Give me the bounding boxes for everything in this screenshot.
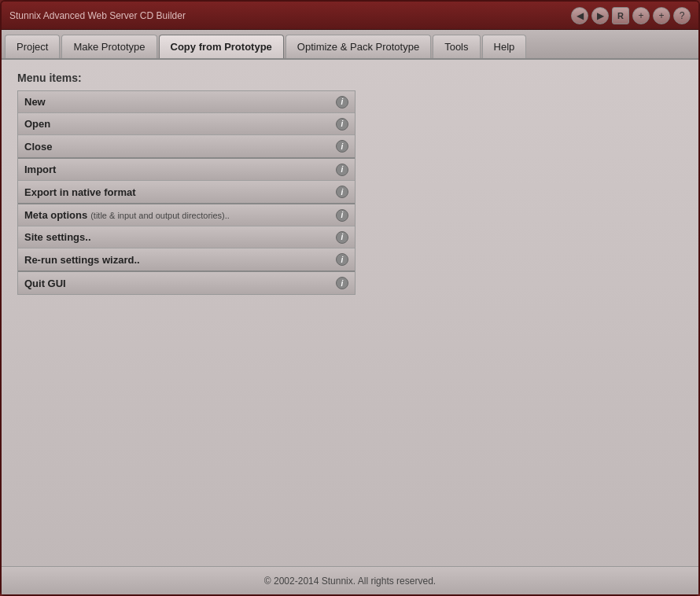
menu-item-export-native[interactable]: Export in native format i [18, 181, 355, 203]
menu-item-open-label: Open [24, 118, 331, 130]
help-button[interactable]: ? [673, 7, 691, 24]
menu-list: New i Open i Close i Import i [17, 90, 356, 295]
menu-item-new[interactable]: New i [18, 91, 355, 113]
menu-items-label: Menu items: [17, 72, 683, 84]
tab-help[interactable]: Help [482, 35, 527, 58]
info-icon-rerun[interactable]: i [336, 253, 348, 266]
info-icon-open[interactable]: i [336, 118, 348, 131]
menu-item-import[interactable]: Import i [18, 159, 355, 181]
menu-item-quit-gui[interactable]: Quit GUI i [18, 272, 355, 294]
title-bar: Stunnix Advanced Web Server CD Builder ◀… [2, 2, 698, 30]
menu-item-export-label: Export in native format [24, 186, 331, 198]
menu-group-quit: Quit GUI i [18, 272, 355, 294]
info-icon-meta[interactable]: i [336, 209, 348, 222]
menu-group-import-export: Import i Export in native format i [18, 159, 355, 204]
main-content: Menu items: New i Open i Close i [2, 60, 698, 566]
tab-project[interactable]: Project [5, 35, 60, 58]
menu-item-import-label: Import [24, 164, 331, 175]
footer: © 2002-2014 Stunnix. All rights reserved… [2, 566, 698, 594]
info-icon-export[interactable]: i [336, 186, 348, 198]
tab-copy-from-prototype[interactable]: Copy from Prototype [159, 35, 284, 58]
window-frame: Stunnix Advanced Web Server CD Builder ◀… [0, 0, 700, 596]
info-icon-close[interactable]: i [336, 140, 348, 153]
menu-item-site-settings[interactable]: Site settings.. i [18, 226, 355, 248]
tab-optimize-pack[interactable]: Optimize & Pack Prototype [286, 35, 431, 58]
plus2-button[interactable]: + [653, 7, 670, 24]
tab-make-prototype[interactable]: Make Prototype [61, 35, 157, 58]
title-bar-controls: ◀ ▶ R + + ? [571, 7, 691, 24]
info-icon-quit[interactable]: i [336, 277, 348, 289]
info-icon-new[interactable]: i [336, 96, 348, 109]
menu-item-close[interactable]: Close i [18, 135, 355, 157]
nav-tabs: Project Make Prototype Copy from Prototy… [2, 30, 698, 60]
info-icon-site[interactable]: i [336, 231, 348, 244]
menu-item-new-label: New [24, 96, 331, 108]
r-button[interactable]: R [612, 7, 629, 24]
back-button[interactable]: ◀ [571, 7, 588, 24]
window-title: Stunnix Advanced Web Server CD Builder [9, 10, 186, 21]
plus-button[interactable]: + [632, 7, 650, 24]
forward-button[interactable]: ▶ [591, 7, 609, 24]
menu-item-rerun-label: Re-run settings wizard.. [24, 254, 331, 266]
menu-item-site-label: Site settings.. [24, 231, 331, 243]
menu-item-meta-label: Meta options(title & input and output di… [24, 209, 331, 221]
menu-item-meta-options[interactable]: Meta options(title & input and output di… [18, 204, 355, 226]
menu-group-meta-site-rerun: Meta options(title & input and output di… [18, 204, 355, 272]
menu-item-close-label: Close [24, 141, 331, 153]
tab-tools[interactable]: Tools [433, 35, 480, 58]
menu-item-quit-label: Quit GUI [24, 278, 331, 289]
meta-options-sub: (title & input and output directories).. [90, 211, 230, 220]
menu-item-rerun-wizard[interactable]: Re-run settings wizard.. i [18, 248, 355, 270]
menu-group-new-open-close: New i Open i Close i [18, 91, 355, 159]
info-icon-import[interactable]: i [336, 164, 348, 176]
copyright-text: © 2002-2014 Stunnix. All rights reserved… [264, 576, 436, 587]
menu-item-open[interactable]: Open i [18, 113, 355, 135]
